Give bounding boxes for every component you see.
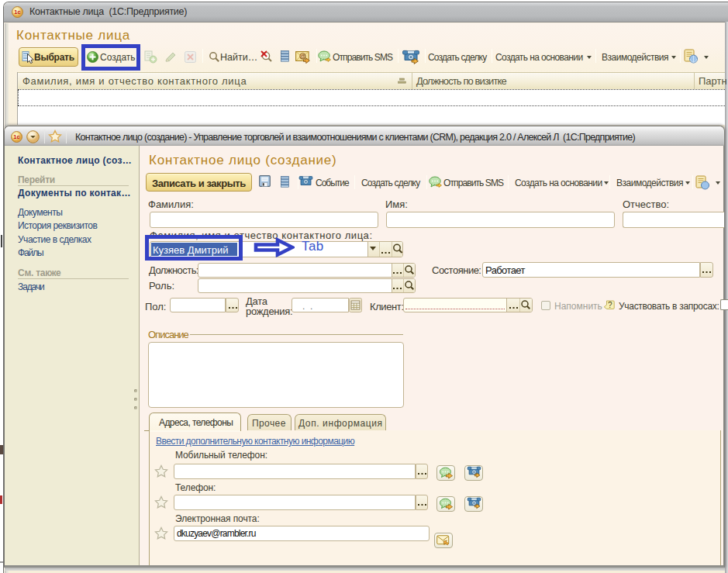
- svg-text:1c: 1c: [14, 9, 20, 16]
- svg-text:1c: 1c: [13, 133, 19, 140]
- svg-text:?: ?: [608, 301, 612, 309]
- svg-text:@: @: [300, 54, 305, 59]
